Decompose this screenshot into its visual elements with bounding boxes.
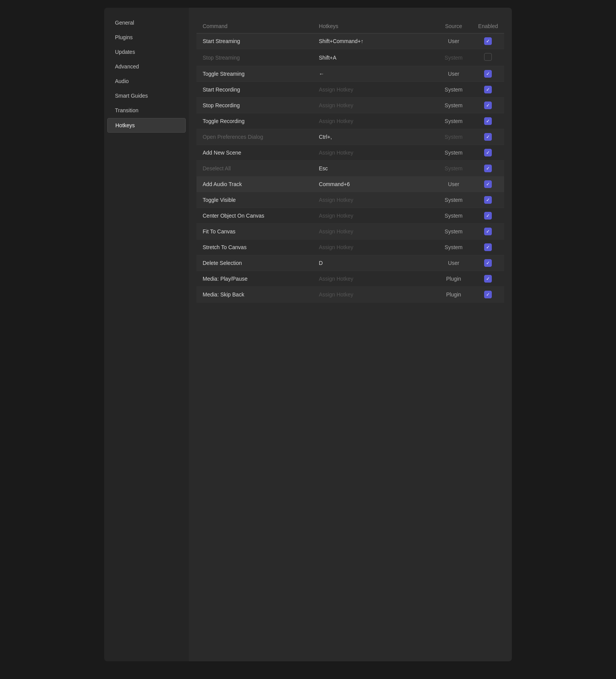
- table-row: Center Object On CanvasAssign HotkeySyst…: [196, 208, 504, 224]
- cell-command: Fit To Canvas: [196, 224, 313, 240]
- cell-source: System: [435, 129, 472, 145]
- checkmark-icon: ✓: [486, 166, 490, 171]
- cell-hotkey[interactable]: Shift+A: [313, 49, 435, 66]
- sidebar-item-smart-guides[interactable]: Smart Guides: [107, 89, 186, 103]
- enabled-checkbox[interactable]: ✓: [484, 102, 492, 109]
- enabled-checkbox[interactable]: ✓: [484, 86, 492, 93]
- enabled-checkbox[interactable]: ✓: [484, 133, 492, 141]
- enabled-checkbox[interactable]: ✓: [484, 196, 492, 204]
- sidebar-item-hotkeys[interactable]: Hotkeys: [107, 118, 186, 133]
- cell-source: System: [435, 240, 472, 255]
- table-row: Open Preferences DialogCtrl+,System✓: [196, 129, 504, 145]
- cell-enabled: ✓: [472, 287, 504, 303]
- sidebar: GeneralPluginsUpdatesAdvancedAudioSmart …: [104, 8, 189, 661]
- enabled-checkbox[interactable]: ✓: [484, 117, 492, 125]
- cell-hotkey[interactable]: Assign Hotkey: [313, 240, 435, 255]
- checkmark-icon: ✓: [486, 150, 490, 155]
- checkmark-icon: ✓: [486, 182, 490, 186]
- cell-hotkey[interactable]: Assign Hotkey: [313, 192, 435, 208]
- sidebar-item-transition[interactable]: Transition: [107, 103, 186, 117]
- cell-hotkey[interactable]: Assign Hotkey: [313, 271, 435, 287]
- checkmark-icon: ✓: [486, 39, 490, 43]
- cell-enabled: ✓: [472, 66, 504, 82]
- cell-command: Stretch To Canvas: [196, 240, 313, 255]
- cell-command: Toggle Streaming: [196, 66, 313, 82]
- cell-source: System: [435, 82, 472, 98]
- enabled-checkbox[interactable]: ✓: [484, 149, 492, 156]
- checkmark-icon: ✓: [486, 103, 490, 108]
- table-row: Media: Play/PauseAssign HotkeyPlugin✓: [196, 271, 504, 287]
- table-row: Start RecordingAssign HotkeySystem✓: [196, 82, 504, 98]
- enabled-checkbox[interactable]: ✓: [484, 165, 492, 172]
- enabled-checkbox[interactable]: [484, 53, 492, 61]
- sidebar-item-updates[interactable]: Updates: [107, 45, 186, 59]
- table-row: Toggle RecordingAssign HotkeySystem✓: [196, 113, 504, 129]
- cell-source: System: [435, 192, 472, 208]
- enabled-checkbox[interactable]: ✓: [484, 259, 492, 267]
- cell-source: System: [435, 49, 472, 66]
- column-header-enabled: Enabled: [472, 19, 504, 33]
- cell-hotkey[interactable]: Ctrl+,: [313, 129, 435, 145]
- cell-command: Center Object On Canvas: [196, 208, 313, 224]
- cell-hotkey[interactable]: Command+6: [313, 176, 435, 192]
- table-row: Toggle VisibleAssign HotkeySystem✓: [196, 192, 504, 208]
- cell-command: Open Preferences Dialog: [196, 129, 313, 145]
- cell-source: User: [435, 255, 472, 271]
- cell-hotkey[interactable]: Esc: [313, 161, 435, 176]
- cell-hotkey[interactable]: Shift+Command+↑: [313, 33, 435, 49]
- checkmark-icon: ✓: [486, 229, 490, 234]
- cell-command: Toggle Recording: [196, 113, 313, 129]
- cell-hotkey[interactable]: Assign Hotkey: [313, 98, 435, 113]
- cell-hotkey[interactable]: Assign Hotkey: [313, 82, 435, 98]
- cell-enabled: ✓: [472, 82, 504, 98]
- enabled-checkbox[interactable]: ✓: [484, 212, 492, 220]
- table-row: Add Audio TrackCommand+6User✓: [196, 176, 504, 192]
- cell-hotkey[interactable]: Assign Hotkey: [313, 224, 435, 240]
- cell-enabled: ✓: [472, 129, 504, 145]
- checkmark-icon: ✓: [486, 276, 490, 281]
- sidebar-item-advanced[interactable]: Advanced: [107, 60, 186, 73]
- cell-enabled: ✓: [472, 145, 504, 161]
- cell-command: Stop Recording: [196, 98, 313, 113]
- cell-hotkey[interactable]: Assign Hotkey: [313, 113, 435, 129]
- table-row: Stop StreamingShift+ASystem: [196, 49, 504, 66]
- enabled-checkbox[interactable]: ✓: [484, 228, 492, 235]
- cell-hotkey[interactable]: Assign Hotkey: [313, 145, 435, 161]
- cell-source: User: [435, 176, 472, 192]
- cell-command: Toggle Visible: [196, 192, 313, 208]
- cell-source: System: [435, 145, 472, 161]
- sidebar-item-plugins[interactable]: Plugins: [107, 30, 186, 44]
- cell-source: User: [435, 66, 472, 82]
- cell-hotkey[interactable]: Assign Hotkey: [313, 287, 435, 303]
- cell-hotkey[interactable]: Assign Hotkey: [313, 208, 435, 224]
- enabled-checkbox[interactable]: ✓: [484, 180, 492, 188]
- table-row: Start StreamingShift+Command+↑User✓: [196, 33, 504, 49]
- cell-command: Delete Selection: [196, 255, 313, 271]
- cell-enabled: ✓: [472, 176, 504, 192]
- cell-source: System: [435, 113, 472, 129]
- table-row: Stop RecordingAssign HotkeySystem✓: [196, 98, 504, 113]
- column-header-hotkeys: Hotkeys: [313, 19, 435, 33]
- enabled-checkbox[interactable]: ✓: [484, 37, 492, 45]
- cell-hotkey[interactable]: ←: [313, 66, 435, 82]
- cell-source: System: [435, 208, 472, 224]
- cell-source: System: [435, 224, 472, 240]
- cell-enabled: ✓: [472, 224, 504, 240]
- hotkeys-table: Command Hotkeys Source Enabled Start Str…: [196, 19, 504, 303]
- enabled-checkbox[interactable]: ✓: [484, 275, 492, 283]
- cell-command: Start Streaming: [196, 33, 313, 49]
- sidebar-item-general[interactable]: General: [107, 16, 186, 30]
- enabled-checkbox[interactable]: ✓: [484, 243, 492, 251]
- checkmark-icon: ✓: [486, 72, 490, 76]
- enabled-checkbox[interactable]: ✓: [484, 70, 492, 78]
- enabled-checkbox[interactable]: ✓: [484, 291, 492, 298]
- table-row: Toggle Streaming←User✓: [196, 66, 504, 82]
- table-row: Fit To CanvasAssign HotkeySystem✓: [196, 224, 504, 240]
- table-row: Add New SceneAssign HotkeySystem✓: [196, 145, 504, 161]
- table-row: Stretch To CanvasAssign HotkeySystem✓: [196, 240, 504, 255]
- cell-enabled: ✓: [472, 113, 504, 129]
- cell-hotkey[interactable]: D: [313, 255, 435, 271]
- cell-command: Media: Play/Pause: [196, 271, 313, 287]
- cell-enabled: ✓: [472, 161, 504, 176]
- sidebar-item-audio[interactable]: Audio: [107, 74, 186, 88]
